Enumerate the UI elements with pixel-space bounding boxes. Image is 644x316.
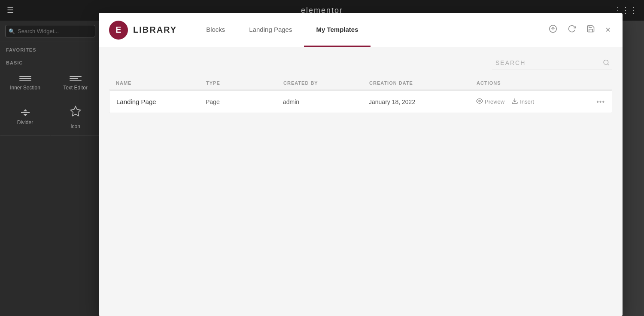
table-row: Landing Page Page admin January 18, 2022…: [109, 90, 612, 113]
row-name: Landing Page: [116, 98, 206, 105]
widget-icon[interactable]: Icon: [50, 97, 100, 136]
insert-button[interactable]: Insert: [511, 98, 534, 106]
search-icon: 🔍: [9, 28, 15, 34]
svg-line-4: [608, 64, 609, 65]
insert-icon: [511, 98, 518, 106]
widget-text-editor[interactable]: Text Editor: [50, 68, 100, 97]
svg-marker-0: [70, 106, 80, 116]
preview-icon: [476, 98, 483, 106]
library-modal: E LIBRARY Blocks Landing Pages My Templa…: [99, 13, 623, 316]
col-type: TYPE: [206, 80, 283, 86]
divider-icon: [21, 109, 30, 116]
save-icon[interactable]: [585, 23, 597, 37]
search-box-icon: [603, 59, 610, 67]
modal-body: NAME TYPE CREATED BY CREATION DATE ACTIO…: [99, 47, 623, 316]
hamburger-icon[interactable]: ☰: [7, 6, 14, 15]
text-editor-icon: [70, 76, 82, 81]
svg-point-5: [479, 100, 480, 102]
search-area: [99, 47, 623, 77]
widget-inner-section[interactable]: Inner Section: [0, 68, 50, 97]
row-created-by: admin: [283, 98, 369, 105]
widget-divider-label: Divider: [17, 120, 33, 126]
widget-icon-label: Icon: [70, 123, 80, 129]
logo-circle: E: [109, 21, 128, 40]
inner-section-icon: [19, 76, 31, 81]
svg-point-3: [604, 60, 608, 64]
tab-landing-pages[interactable]: Landing Pages: [237, 13, 304, 47]
preview-label: Preview: [485, 98, 504, 105]
logo-letter: E: [115, 25, 121, 35]
template-search-input[interactable]: [492, 56, 612, 70]
col-name: NAME: [116, 80, 206, 86]
more-options-button[interactable]: •••: [596, 98, 605, 106]
tab-blocks[interactable]: Blocks: [194, 13, 237, 47]
template-table: NAME TYPE CREATED BY CREATION DATE ACTIO…: [99, 77, 623, 316]
row-actions: Preview Insert •••: [476, 98, 605, 106]
row-type: Page: [206, 98, 283, 105]
refresh-icon[interactable]: [566, 23, 578, 37]
modal-header-actions: ×: [547, 23, 612, 37]
upload-icon[interactable]: [547, 23, 559, 37]
modal-header: E LIBRARY Blocks Landing Pages My Templa…: [99, 13, 623, 47]
col-actions: ACTIONS: [477, 80, 605, 86]
col-creation-date: CREATION DATE: [369, 80, 477, 86]
favorites-label: FAVORITES: [0, 42, 100, 55]
tab-my-templates[interactable]: My Templates: [304, 13, 370, 47]
star-icon: [70, 105, 82, 120]
search-box: [492, 56, 612, 70]
modal-logo: E LIBRARY: [109, 21, 177, 40]
library-title: LIBRARY: [133, 25, 177, 35]
preview-button[interactable]: Preview: [476, 98, 504, 106]
widget-grid: Inner Section Text Editor Divider: [0, 68, 100, 136]
close-button[interactable]: ×: [604, 23, 612, 37]
row-creation-date: January 18, 2022: [369, 98, 476, 105]
widget-text-editor-label: Text Editor: [63, 85, 88, 91]
col-created-by: CREATED BY: [283, 80, 369, 86]
search-input[interactable]: [5, 25, 95, 37]
insert-label: Insert: [520, 98, 534, 105]
sidebar-search-area: 🔍: [0, 21, 100, 42]
modal-tabs: Blocks Landing Pages My Templates: [194, 13, 547, 47]
widget-inner-section-label: Inner Section: [10, 85, 40, 91]
basic-label: BASIC: [0, 55, 100, 68]
left-sidebar: 🔍 FAVORITES BASIC Inner Section Text Edi…: [0, 21, 101, 316]
widget-divider[interactable]: Divider: [0, 97, 50, 136]
table-header: NAME TYPE CREATED BY CREATION DATE ACTIO…: [109, 77, 612, 89]
